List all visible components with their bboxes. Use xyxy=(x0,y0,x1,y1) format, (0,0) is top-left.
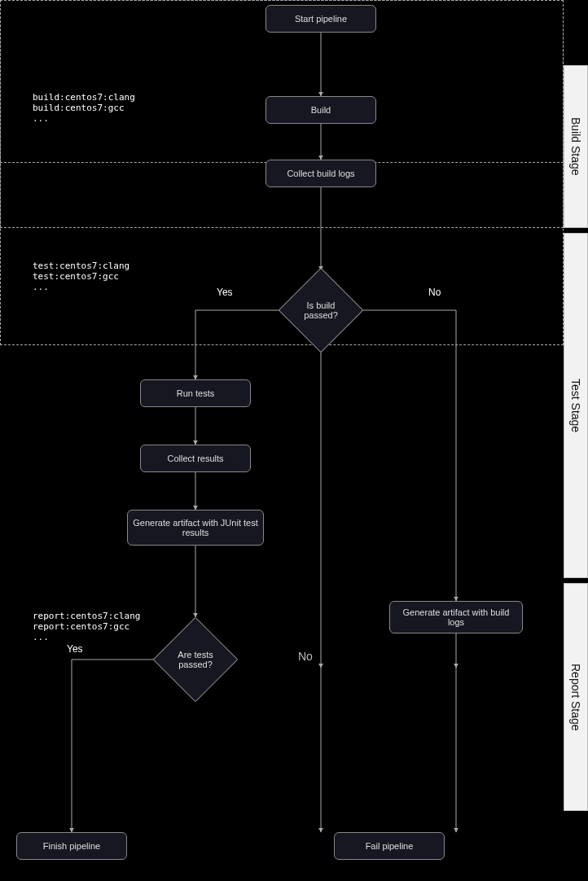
gen-build-logs-label: Generate artifact with build logs xyxy=(393,607,519,627)
fail-node: Fail pipeline xyxy=(334,832,445,860)
collect-logs-label: Collect build logs xyxy=(287,169,354,178)
stage-report-label: Report Stage xyxy=(569,664,582,731)
stage-build-strip: Build Stage xyxy=(564,65,588,228)
gen-junit-label: Generate artifact with JUnit test result… xyxy=(131,518,260,537)
job-list-test: test:centos7:clang test:centos7:gcc ... xyxy=(33,261,129,292)
finish-label: Finish pipeline xyxy=(43,841,100,851)
edge-label-no2: No xyxy=(298,650,313,663)
edge-label-no1: No xyxy=(428,287,441,298)
job-list-report: report:centos7:clang report:centos7:gcc … xyxy=(33,611,140,642)
run-tests-label: Run tests xyxy=(177,388,214,398)
stage-test-label: Test Stage xyxy=(569,379,582,432)
stage-report-strip: Report Stage xyxy=(564,583,588,811)
collect-results-label: Collect results xyxy=(167,454,223,463)
start-node: Start pipeline xyxy=(265,5,376,33)
start-label: Start pipeline xyxy=(295,14,347,24)
job-list-build: build:centos7:clang build:centos7:gcc ..… xyxy=(33,92,135,124)
build-label: Build xyxy=(311,105,331,115)
stage-test-strip: Test Stage xyxy=(564,233,588,578)
run-tests-node: Run tests xyxy=(140,379,251,407)
edge-label-yes2: Yes xyxy=(67,643,83,655)
collect-results-node: Collect results xyxy=(140,445,251,472)
collect-logs-node: Collect build logs xyxy=(265,160,376,187)
decision-build-passed-label: Is build passed? xyxy=(304,300,338,320)
decision-tests-passed-label: Are tests passed? xyxy=(178,650,213,669)
edge-label-yes1: Yes xyxy=(217,287,233,298)
finish-node: Finish pipeline xyxy=(16,832,127,860)
gen-build-logs-node: Generate artifact with build logs xyxy=(389,601,523,633)
fail-label: Fail pipeline xyxy=(366,841,414,851)
build-node: Build xyxy=(265,96,376,124)
stage-build-label: Build Stage xyxy=(569,117,582,176)
gen-junit-node: Generate artifact with JUnit test result… xyxy=(127,510,264,546)
